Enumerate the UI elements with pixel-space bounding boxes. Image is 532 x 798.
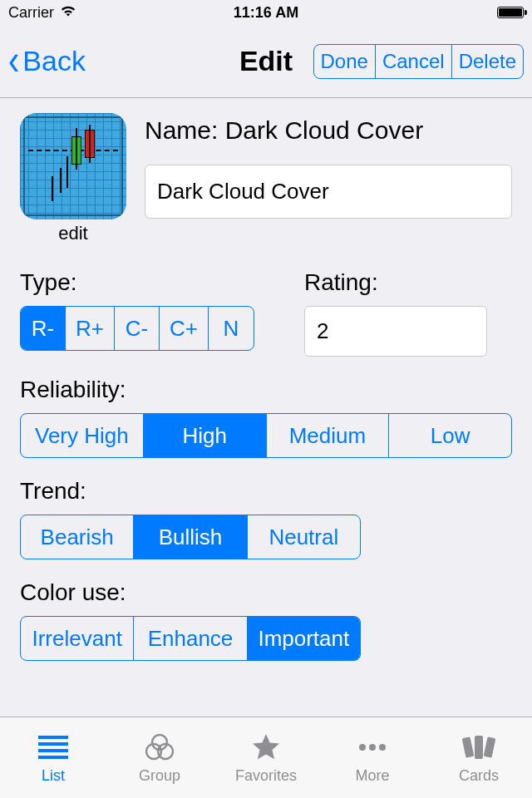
tab-label: Favorites: [235, 767, 297, 785]
svg-point-8: [369, 744, 376, 751]
type-label: Type:: [20, 269, 254, 296]
status-time: 11:16 AM: [234, 4, 298, 22]
color-use-segmented: IrrelevantEnhanceImportant: [20, 616, 361, 661]
done-button[interactable]: Done: [314, 45, 376, 78]
type-option-c-[interactable]: C+: [160, 307, 209, 350]
type-option-r-[interactable]: R+: [66, 307, 115, 350]
back-label: Back: [22, 45, 86, 77]
tab-favorites[interactable]: Favorites: [213, 717, 319, 798]
name-label: Name: Dark Cloud Cover: [145, 116, 512, 145]
trend-segmented: BearishBullishNeutral: [20, 515, 361, 559]
cancel-button[interactable]: Cancel: [376, 45, 452, 78]
type-option-c-[interactable]: C-: [115, 307, 160, 350]
svg-rect-12: [484, 736, 496, 758]
svg-rect-2: [38, 749, 68, 752]
back-button[interactable]: ‹ Back: [8, 45, 86, 77]
reliability-option-very-high[interactable]: Very High: [21, 414, 144, 457]
rating-label: Rating:: [304, 269, 512, 296]
list-icon: [38, 731, 68, 764]
page-title: Edit: [239, 45, 293, 77]
reliability-label: Reliability:: [20, 377, 512, 403]
color-use-label: Color use:: [20, 579, 512, 606]
nav-bar: ‹ Back Edit Done Cancel Delete: [0, 25, 532, 98]
svg-rect-0: [38, 736, 68, 739]
svg-point-9: [379, 744, 386, 751]
reliability-segmented: Very HighHighMediumLow: [20, 413, 512, 458]
type-option-r-[interactable]: R-: [21, 307, 66, 350]
group-icon: [144, 731, 175, 764]
tab-cards[interactable]: Cards: [426, 717, 532, 798]
star-icon: [251, 731, 281, 764]
nav-action-group: Done Cancel Delete: [313, 44, 524, 79]
delete-button[interactable]: Delete: [452, 45, 523, 78]
reliability-option-high[interactable]: High: [144, 414, 267, 457]
color_use-option-enhance[interactable]: Enhance: [134, 617, 247, 660]
trend-option-bullish[interactable]: Bullish: [134, 515, 247, 559]
color_use-option-important[interactable]: Important: [248, 617, 360, 660]
name-input[interactable]: [145, 165, 512, 219]
svg-point-7: [359, 744, 366, 751]
reliability-option-low[interactable]: Low: [389, 414, 511, 457]
thumbnail-edit-label: edit: [58, 223, 87, 244]
tab-more[interactable]: More: [319, 717, 426, 798]
type-segmented: R-R+C-C+N: [20, 306, 254, 351]
cards-icon: [461, 731, 496, 764]
wifi-icon: [59, 4, 77, 22]
tab-label: Cards: [459, 767, 499, 785]
tab-list[interactable]: List: [0, 717, 106, 798]
svg-rect-3: [38, 756, 68, 759]
rating-input[interactable]: [304, 306, 487, 357]
tab-label: Group: [139, 767, 180, 785]
battery-icon: [497, 7, 524, 18]
svg-rect-11: [475, 736, 483, 759]
trend-option-neutral[interactable]: Neutral: [248, 515, 360, 559]
tab-bar: List Group Favorites More Cards: [0, 717, 532, 798]
reliability-option-medium[interactable]: Medium: [267, 414, 390, 457]
trend-label: Trend:: [20, 478, 512, 505]
status-bar: Carrier 11:16 AM: [0, 0, 532, 25]
more-icon: [357, 731, 388, 764]
carrier-label: Carrier: [8, 4, 54, 22]
svg-rect-10: [462, 736, 475, 758]
trend-option-bearish[interactable]: Bearish: [21, 515, 134, 559]
svg-rect-1: [38, 742, 68, 746]
content: edit Name: Dark Cloud Cover Type: R-R+C-…: [0, 98, 532, 717]
pattern-thumbnail[interactable]: [20, 113, 126, 219]
color_use-option-irrelevant[interactable]: Irrelevant: [21, 617, 134, 660]
type-option-n[interactable]: N: [209, 307, 254, 350]
tab-label: List: [42, 767, 65, 785]
tab-label: More: [355, 767, 389, 785]
chevron-left-icon: ‹: [8, 46, 19, 71]
tab-group[interactable]: Group: [106, 717, 213, 798]
